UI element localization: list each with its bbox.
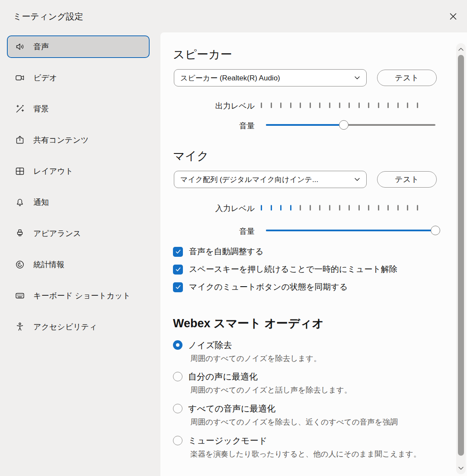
radio-description: 周囲のすべてのノイズを除去します。 (190, 352, 441, 364)
radio-selected-icon[interactable] (173, 340, 182, 350)
speaker-volume-slider[interactable] (262, 119, 440, 131)
bell-icon (15, 197, 25, 208)
speaker-device-value: スピーカー (Realtek(R) Audio) (180, 73, 280, 83)
level-tick (339, 205, 340, 211)
checkbox-label: 音声を自動調整する (189, 246, 263, 257)
level-tick (290, 102, 291, 108)
slider-fill (266, 124, 344, 126)
level-tick (368, 205, 369, 211)
slider-track[interactable] (266, 230, 435, 231)
optimize-my-voice-option[interactable]: 自分の声に最適化 周囲のすべてのノイズと話し声を除去します。 (173, 370, 441, 396)
radio-description: 周囲のすべてのノイズを除去し、近くのすべての音声を強調 (190, 416, 441, 428)
radio-label: ノイズ除去 (188, 339, 232, 351)
sidebar-item-label: 背景 (33, 104, 49, 114)
sidebar-item-statistics[interactable]: 統計情報 (7, 253, 150, 276)
level-tick (271, 102, 272, 108)
share-icon (15, 135, 25, 145)
music-mode-option[interactable]: ミュージックモード 楽器を演奏したり歌ったりすると、他の人にそのまま聞こえます。 (173, 434, 441, 460)
scrollbar-thumb[interactable] (458, 55, 464, 456)
sidebar-item-accessibility[interactable]: アクセシビリティ (7, 316, 150, 338)
sidebar-item-keyboard-shortcuts[interactable]: キーボード ショートカット (7, 284, 150, 307)
sidebar-item-layout[interactable]: レイアウト (7, 160, 150, 182)
radio-description: 楽器を演奏したり歌ったりすると、他の人にそのまま聞こえます。 (190, 448, 441, 460)
radio-unselected-icon[interactable] (173, 372, 182, 381)
scroll-down-icon[interactable] (456, 465, 466, 472)
sidebar-item-label: 音声 (33, 42, 49, 52)
auto-adjust-audio-checkbox[interactable]: 音声を自動調整する (173, 245, 263, 258)
level-tick (378, 205, 379, 211)
sidebar-item-label: 共有コンテンツ (33, 135, 89, 145)
chevron-down-icon (354, 176, 361, 183)
sidebar-item-share-content[interactable]: 共有コンテンツ (7, 129, 150, 151)
level-tick (358, 205, 360, 211)
level-tick (387, 205, 389, 211)
sidebar-item-label: ビデオ (33, 73, 57, 83)
checkbox-label: スペースキーを押し続けることで一時的にミュート解除 (189, 264, 397, 275)
sidebar-item-appearance[interactable]: アピアランス (7, 222, 150, 245)
audio-settings-panel: スピーカー スピーカー (Realtek(R) Audio) テスト 出力レベル… (160, 32, 467, 476)
sync-mute-button-checkbox[interactable]: マイクのミュートボタンの状態を同期する (173, 281, 348, 294)
pie-chart-icon (15, 259, 25, 270)
checkbox-checked-icon (173, 265, 183, 275)
speaker-device-select[interactable]: スピーカー (Realtek(R) Audio) (174, 69, 367, 86)
magic-wand-icon (15, 104, 25, 114)
sidebar-item-audio[interactable]: 音声 (7, 35, 150, 58)
sidebar-item-video[interactable]: ビデオ (7, 67, 150, 89)
level-tick (261, 102, 262, 108)
level-tick (339, 102, 340, 108)
chevron-down-icon (354, 74, 361, 81)
speaker-test-button[interactable]: テスト (377, 70, 437, 86)
input-level-label: 入力レベル (173, 203, 255, 214)
microphone-test-button[interactable]: テスト (377, 171, 437, 188)
slider-track[interactable] (266, 124, 435, 126)
level-tick (319, 205, 320, 211)
sidebar-item-background[interactable]: 背景 (7, 98, 150, 120)
noise-removal-option[interactable]: ノイズ除去 周囲のすべてのノイズを除去します。 (173, 338, 441, 364)
sidebar-item-notifications[interactable]: 通知 (7, 191, 150, 214)
paintbrush-icon (15, 228, 25, 239)
radio-description: 周囲のすべてのノイズと話し声を除去します。 (190, 384, 441, 396)
level-tick (290, 205, 291, 211)
level-tick (261, 205, 262, 211)
level-tick (407, 102, 408, 108)
slider-thumb[interactable] (431, 226, 440, 235)
radio-label: すべての音声に最適化 (188, 403, 275, 415)
level-tick (329, 102, 330, 108)
level-tick (407, 205, 408, 211)
level-tick (358, 102, 360, 108)
level-tick (280, 205, 281, 211)
level-tick (397, 102, 399, 108)
push-to-talk-checkbox[interactable]: スペースキーを押し続けることで一時的にミュート解除 (173, 263, 397, 276)
close-button[interactable] (447, 10, 459, 22)
microphone-volume-label: 音量 (173, 226, 255, 236)
keyboard-icon (15, 291, 25, 301)
slider-thumb[interactable] (339, 120, 349, 130)
level-tick (349, 205, 350, 211)
smart-audio-heading: Webex スマート オーディオ (173, 316, 324, 331)
content-scrollbar[interactable] (456, 43, 466, 474)
optimize-all-voices-option[interactable]: すべての音声に最適化 周囲のすべてのノイズを除去し、近くのすべての音声を強調 (173, 402, 441, 428)
radio-label: ミュージックモード (188, 435, 267, 447)
checkbox-checked-icon (173, 247, 183, 257)
level-tick (387, 102, 389, 108)
checkbox-label: マイクのミュートボタンの状態を同期する (189, 281, 348, 293)
microphone-volume-slider[interactable] (262, 224, 440, 236)
speaker-section-heading: スピーカー (173, 47, 232, 62)
microphone-device-select[interactable]: マイク配列 (デジタルマイク向けインテ... (174, 171, 367, 188)
level-tick (329, 205, 330, 211)
level-tick (310, 102, 311, 108)
accessibility-icon (15, 322, 25, 332)
checkbox-checked-icon (173, 282, 183, 292)
sidebar-item-label: アクセシビリティ (33, 322, 97, 332)
speaker-icon (15, 42, 25, 52)
radio-unselected-icon[interactable] (173, 436, 182, 445)
output-level-label: 出力レベル (173, 101, 255, 111)
scroll-up-icon[interactable] (456, 46, 466, 53)
level-tick (417, 102, 418, 108)
layout-grid-icon (15, 166, 25, 176)
close-icon (449, 13, 457, 20)
radio-unselected-icon[interactable] (173, 404, 182, 413)
level-tick (310, 205, 311, 211)
input-level-meter (261, 204, 418, 211)
level-tick (271, 205, 272, 211)
